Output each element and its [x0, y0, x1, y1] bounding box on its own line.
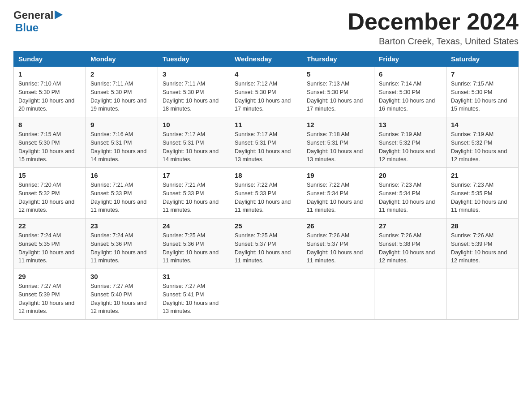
day-number: 28: [451, 222, 514, 230]
day-number: 21: [451, 171, 514, 179]
calendar-cell: [374, 269, 446, 320]
day-number: 29: [18, 273, 81, 280]
calendar-cell: 31 Sunrise: 7:27 AMSunset: 5:41 PMDaylig…: [158, 269, 230, 320]
day-info: Sunrise: 7:17 AMSunset: 5:31 PMDaylight:…: [235, 131, 291, 163]
day-info: Sunrise: 7:17 AMSunset: 5:31 PMDaylight:…: [163, 131, 219, 163]
calendar-cell: 2 Sunrise: 7:11 AMSunset: 5:30 PMDayligh…: [86, 67, 158, 117]
day-number: 15: [18, 171, 81, 179]
calendar-cell: 19 Sunrise: 7:22 AMSunset: 5:34 PMDaylig…: [302, 168, 374, 218]
day-info: Sunrise: 7:21 AMSunset: 5:33 PMDaylight:…: [90, 182, 146, 213]
calendar-cell: 17 Sunrise: 7:21 AMSunset: 5:33 PMDaylig…: [158, 168, 230, 218]
calendar-cell: 21 Sunrise: 7:23 AMSunset: 5:35 PMDaylig…: [446, 168, 519, 218]
day-number: 4: [235, 70, 297, 78]
day-info: Sunrise: 7:21 AMSunset: 5:33 PMDaylight:…: [163, 182, 219, 213]
calendar-cell: [302, 269, 374, 320]
day-number: 24: [163, 222, 225, 230]
calendar-cell: 8 Sunrise: 7:15 AMSunset: 5:30 PMDayligh…: [14, 117, 86, 168]
day-info: Sunrise: 7:12 AMSunset: 5:30 PMDaylight:…: [235, 81, 291, 112]
svg-marker-0: [55, 10, 63, 19]
calendar-cell: 28 Sunrise: 7:26 AMSunset: 5:39 PMDaylig…: [446, 218, 519, 269]
day-number: 27: [379, 222, 442, 230]
day-info: Sunrise: 7:15 AMSunset: 5:30 PMDaylight:…: [451, 81, 507, 112]
day-number: 23: [90, 222, 153, 230]
calendar-cell: 12 Sunrise: 7:18 AMSunset: 5:31 PMDaylig…: [302, 117, 374, 168]
day-number: 5: [307, 70, 369, 78]
title-block: December 2024 Barton Creek, Texas, Unite…: [348, 9, 519, 47]
day-info: Sunrise: 7:25 AMSunset: 5:36 PMDaylight:…: [163, 232, 219, 264]
calendar-week-row: 29 Sunrise: 7:27 AMSunset: 5:39 PMDaylig…: [14, 269, 519, 320]
day-number: 3: [163, 70, 225, 78]
day-info: Sunrise: 7:27 AMSunset: 5:39 PMDaylight:…: [18, 283, 74, 314]
day-number: 10: [163, 121, 225, 128]
day-number: 11: [235, 121, 297, 128]
location-subtitle: Barton Creek, Texas, United States: [348, 36, 519, 47]
weekday-header-monday: Monday: [86, 51, 158, 67]
day-info: Sunrise: 7:26 AMSunset: 5:37 PMDaylight:…: [307, 232, 363, 264]
day-number: 19: [307, 171, 369, 179]
day-number: 20: [379, 171, 442, 179]
day-info: Sunrise: 7:24 AMSunset: 5:36 PMDaylight:…: [90, 232, 146, 264]
day-number: 14: [451, 121, 514, 128]
calendar-table: SundayMondayTuesdayWednesdayThursdayFrid…: [13, 51, 519, 320]
day-number: 1: [18, 70, 81, 78]
weekday-header-friday: Friday: [374, 51, 446, 67]
calendar-cell: 11 Sunrise: 7:17 AMSunset: 5:31 PMDaylig…: [230, 117, 302, 168]
day-info: Sunrise: 7:23 AMSunset: 5:34 PMDaylight:…: [379, 182, 435, 213]
calendar-cell: [446, 269, 519, 320]
calendar-cell: 15 Sunrise: 7:20 AMSunset: 5:32 PMDaylig…: [14, 168, 86, 218]
day-info: Sunrise: 7:26 AMSunset: 5:38 PMDaylight:…: [379, 232, 435, 264]
day-number: 25: [235, 222, 297, 230]
calendar-cell: 4 Sunrise: 7:12 AMSunset: 5:30 PMDayligh…: [230, 67, 302, 117]
day-info: Sunrise: 7:16 AMSunset: 5:31 PMDaylight:…: [90, 131, 146, 163]
calendar-cell: 1 Sunrise: 7:10 AMSunset: 5:30 PMDayligh…: [14, 67, 86, 117]
day-number: 18: [235, 171, 297, 179]
calendar-cell: 14 Sunrise: 7:19 AMSunset: 5:32 PMDaylig…: [446, 117, 519, 168]
day-number: 12: [307, 121, 369, 128]
day-number: 8: [18, 121, 81, 128]
day-info: Sunrise: 7:27 AMSunset: 5:41 PMDaylight:…: [163, 283, 219, 314]
logo-general-text: General: [13, 9, 53, 21]
day-info: Sunrise: 7:14 AMSunset: 5:30 PMDaylight:…: [379, 81, 435, 112]
day-number: 16: [90, 171, 153, 179]
day-number: 2: [90, 70, 153, 78]
calendar-cell: 6 Sunrise: 7:14 AMSunset: 5:30 PMDayligh…: [374, 67, 446, 117]
day-info: Sunrise: 7:22 AMSunset: 5:33 PMDaylight:…: [235, 182, 291, 213]
day-number: 6: [379, 70, 442, 78]
calendar-cell: 24 Sunrise: 7:25 AMSunset: 5:36 PMDaylig…: [158, 218, 230, 269]
calendar-cell: 3 Sunrise: 7:11 AMSunset: 5:30 PMDayligh…: [158, 67, 230, 117]
calendar-week-row: 15 Sunrise: 7:20 AMSunset: 5:32 PMDaylig…: [14, 168, 519, 218]
day-info: Sunrise: 7:24 AMSunset: 5:35 PMDaylight:…: [18, 232, 74, 264]
weekday-header-wednesday: Wednesday: [230, 51, 302, 67]
day-number: 7: [451, 70, 514, 78]
day-number: 26: [307, 222, 369, 230]
day-number: 17: [163, 171, 225, 179]
logo-arrow-icon: [55, 10, 63, 21]
weekday-header-tuesday: Tuesday: [158, 51, 230, 67]
calendar-cell: 27 Sunrise: 7:26 AMSunset: 5:38 PMDaylig…: [374, 218, 446, 269]
calendar-cell: 22 Sunrise: 7:24 AMSunset: 5:35 PMDaylig…: [14, 218, 86, 269]
logo-blue-text: Blue: [15, 21, 39, 34]
day-info: Sunrise: 7:23 AMSunset: 5:35 PMDaylight:…: [451, 182, 507, 213]
calendar-cell: 20 Sunrise: 7:23 AMSunset: 5:34 PMDaylig…: [374, 168, 446, 218]
weekday-header-saturday: Saturday: [446, 51, 519, 67]
day-info: Sunrise: 7:20 AMSunset: 5:32 PMDaylight:…: [18, 182, 74, 213]
day-info: Sunrise: 7:19 AMSunset: 5:32 PMDaylight:…: [379, 131, 435, 163]
day-info: Sunrise: 7:26 AMSunset: 5:39 PMDaylight:…: [451, 232, 507, 264]
calendar-cell: 7 Sunrise: 7:15 AMSunset: 5:30 PMDayligh…: [446, 67, 519, 117]
calendar-cell: 16 Sunrise: 7:21 AMSunset: 5:33 PMDaylig…: [86, 168, 158, 218]
calendar-cell: 26 Sunrise: 7:26 AMSunset: 5:37 PMDaylig…: [302, 218, 374, 269]
calendar-week-row: 22 Sunrise: 7:24 AMSunset: 5:35 PMDaylig…: [14, 218, 519, 269]
day-info: Sunrise: 7:19 AMSunset: 5:32 PMDaylight:…: [451, 131, 507, 163]
weekday-header-thursday: Thursday: [302, 51, 374, 67]
day-number: 13: [379, 121, 442, 128]
calendar-week-row: 8 Sunrise: 7:15 AMSunset: 5:30 PMDayligh…: [14, 117, 519, 168]
calendar-week-row: 1 Sunrise: 7:10 AMSunset: 5:30 PMDayligh…: [14, 67, 519, 117]
day-info: Sunrise: 7:11 AMSunset: 5:30 PMDaylight:…: [90, 81, 146, 112]
day-info: Sunrise: 7:15 AMSunset: 5:30 PMDaylight:…: [18, 131, 74, 163]
day-info: Sunrise: 7:13 AMSunset: 5:30 PMDaylight:…: [307, 81, 363, 112]
calendar-cell: 10 Sunrise: 7:17 AMSunset: 5:31 PMDaylig…: [158, 117, 230, 168]
day-info: Sunrise: 7:18 AMSunset: 5:31 PMDaylight:…: [307, 131, 363, 163]
calendar-cell: 9 Sunrise: 7:16 AMSunset: 5:31 PMDayligh…: [86, 117, 158, 168]
day-number: 9: [90, 121, 153, 128]
day-info: Sunrise: 7:22 AMSunset: 5:34 PMDaylight:…: [307, 182, 363, 213]
